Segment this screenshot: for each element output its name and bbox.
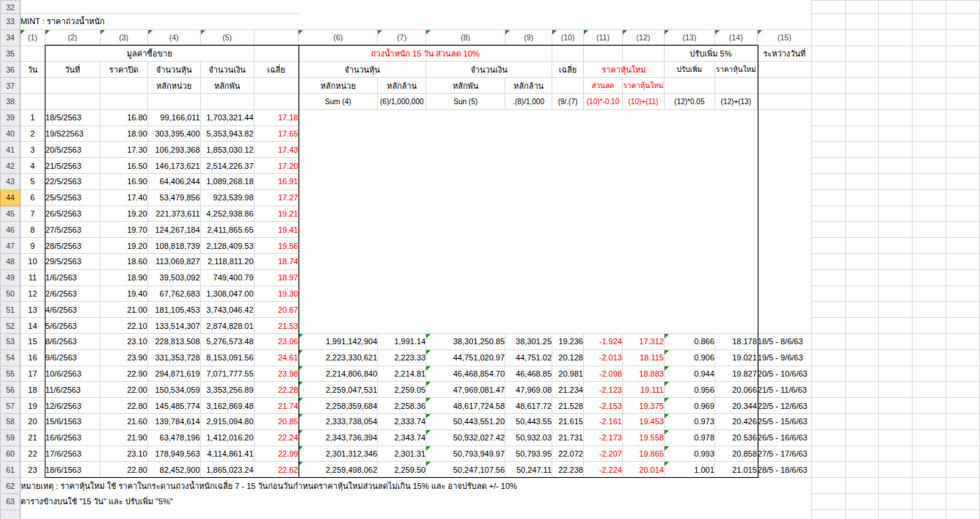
cell-average[interactable]: 18.97 [254, 269, 299, 286]
cell-shares[interactable]: 178,949,563 [147, 446, 200, 462]
empty-cell[interactable] [879, 158, 913, 174]
column-header-(6)[interactable]: (6) [299, 29, 378, 46]
cell-close-price[interactable]: 16.90 [100, 173, 147, 189]
cell-amount-million[interactable]: 48,617.72 [505, 398, 552, 414]
cell-close-price[interactable]: 22.00 [100, 382, 147, 398]
empty-cell[interactable] [913, 93, 946, 109]
empty-cell[interactable] [845, 429, 879, 446]
empty-cell[interactable] [845, 333, 879, 349]
empty-cell[interactable] [913, 206, 946, 222]
empty-cell[interactable] [845, 462, 879, 478]
cell-new-price-adjusted[interactable]: 20.858 [714, 446, 757, 462]
cell-date-range[interactable]: 18/5 - 8/6/63 [757, 333, 811, 349]
empty-cell[interactable] [845, 509, 879, 519]
empty-cell[interactable] [913, 158, 946, 174]
cell-amount-million[interactable]: 38,301.25 [505, 333, 552, 349]
empty-cell[interactable] [946, 1, 980, 14]
empty-cell[interactable] [845, 318, 879, 334]
cell-amount-million[interactable]: 50,443.55 [505, 413, 552, 429]
empty-cell[interactable] [879, 189, 913, 206]
empty-cell[interactable] [583, 46, 622, 62]
cell-date[interactable]: 27/5/2563 [45, 222, 100, 238]
empty-cell[interactable] [845, 413, 879, 429]
cell-discount[interactable]: -2.098 [583, 366, 622, 382]
cell-day[interactable]: 22 [20, 446, 45, 462]
cell-day[interactable]: 2 [20, 126, 45, 142]
empty-cell[interactable] [299, 126, 811, 142]
cell-new-price-discounted[interactable]: 19.865 [622, 446, 664, 462]
cell-discount[interactable]: -2.153 [583, 398, 622, 414]
cell-date[interactable]: 28/5/2563 [45, 238, 100, 254]
empty-cell[interactable] [299, 253, 811, 269]
cell-new-price-discounted[interactable]: 18.883 [622, 366, 664, 382]
cell-day[interactable]: 21 [20, 429, 45, 446]
empty-cell[interactable] [845, 126, 879, 142]
empty-cell[interactable] [913, 14, 946, 30]
empty-cell[interactable] [946, 478, 980, 494]
cell-date-range[interactable]: 25/5 - 15/6/63 [757, 413, 811, 429]
cell-weighted-average[interactable]: 19.236 [552, 333, 584, 349]
cell-day[interactable]: 3 [20, 142, 45, 158]
cell-new-price-adjusted[interactable]: 20.536 [714, 429, 757, 446]
cell-day[interactable]: 14 [20, 318, 45, 334]
empty-cell[interactable] [811, 158, 845, 174]
empty-cell[interactable] [811, 78, 845, 94]
cell-average[interactable]: 19.56 [254, 238, 299, 254]
cell-new-price-discounted[interactable]: 19.111 [622, 382, 664, 398]
cell-amount[interactable]: 7,071,777.55 [200, 366, 254, 382]
cell-shares[interactable]: 150,534,059 [147, 382, 200, 398]
empty-cell[interactable] [714, 78, 757, 94]
formula-cell[interactable]: (12)+(13) [714, 93, 757, 109]
empty-cell[interactable] [845, 78, 879, 94]
cell-shares-sum[interactable]: 2,333,738,054 [299, 413, 378, 429]
sheet-title-cell[interactable]: MINT : ราคาถ่วงน้ำหนัก [20, 14, 299, 30]
empty-cell[interactable] [845, 14, 879, 30]
empty-cell[interactable] [845, 1, 879, 14]
cell-amount-sum[interactable]: 50,932,027.42 [426, 429, 505, 446]
column-header-(4)[interactable]: (4) [147, 29, 200, 46]
empty-cell[interactable] [913, 302, 946, 318]
cell-shares-sum[interactable]: 2,301,312,346 [299, 446, 378, 462]
cell-date[interactable]: 22/5/2563 [45, 173, 100, 189]
empty-cell[interactable] [845, 366, 879, 382]
cell-date-range[interactable]: 28/5 - 18/6/63 [757, 462, 811, 478]
cell-shares-million[interactable]: 2,258.36 [378, 398, 426, 414]
header-shares-weighted[interactable]: จำนวนหุ้น [299, 62, 426, 78]
row-header-55[interactable]: 55 [1, 366, 21, 382]
cell-shares-sum[interactable]: 2,223,330,621 [299, 349, 378, 366]
empty-cell[interactable] [811, 382, 845, 398]
row-header-43[interactable]: 43 [1, 173, 21, 189]
cell-close-price[interactable]: 22.80 [100, 462, 147, 478]
cell-date[interactable]: 26/5/2563 [45, 206, 100, 222]
column-header-(15)[interactable]: (15) [757, 29, 811, 46]
cell-average[interactable]: 22.62 [254, 462, 299, 478]
cell-close-price[interactable]: 18.60 [100, 253, 147, 269]
cell-new-price-adjusted[interactable]: 21.015 [714, 462, 757, 478]
subheader-thousand[interactable]: หลักพัน [200, 78, 254, 94]
row-header-35[interactable]: 35 [1, 46, 21, 62]
cell-amount[interactable]: 1,089,268.18 [200, 173, 254, 189]
empty-cell[interactable] [913, 398, 946, 414]
cell-shares[interactable]: 294,871,619 [147, 366, 200, 382]
cell-shares[interactable]: 63,478,196 [147, 429, 200, 446]
empty-cell[interactable] [811, 478, 845, 494]
cell-date[interactable]: 16/6/2563 [45, 429, 100, 446]
cell-date[interactable]: 15/6/1563 [45, 413, 100, 429]
cell-day[interactable]: 8 [20, 222, 45, 238]
cell-day[interactable]: 11 [20, 269, 45, 286]
column-header-(13)[interactable]: (13) [664, 29, 714, 46]
empty-cell[interactable] [879, 429, 913, 446]
row-header-57[interactable]: 57 [1, 398, 21, 414]
cell-shares-sum[interactable]: 2,343,736,394 [299, 429, 378, 446]
cell-amount[interactable]: 1,308,047.00 [200, 286, 254, 302]
header-shares[interactable]: จำนวนหุ้น [147, 62, 200, 78]
cell-discount[interactable]: -2.123 [583, 382, 622, 398]
group-header-trading-value[interactable]: มูลค่าซื้อขาย [45, 46, 254, 62]
cell-day[interactable]: 4 [20, 158, 45, 174]
cell-amount[interactable]: 2,874,828.01 [200, 318, 254, 334]
empty-cell[interactable] [913, 126, 946, 142]
empty-cell[interactable] [45, 78, 100, 94]
empty-cell[interactable] [299, 318, 811, 334]
cell-amount-million[interactable]: 50,793.95 [505, 446, 552, 462]
column-header-(1)[interactable]: (1) [20, 29, 45, 46]
